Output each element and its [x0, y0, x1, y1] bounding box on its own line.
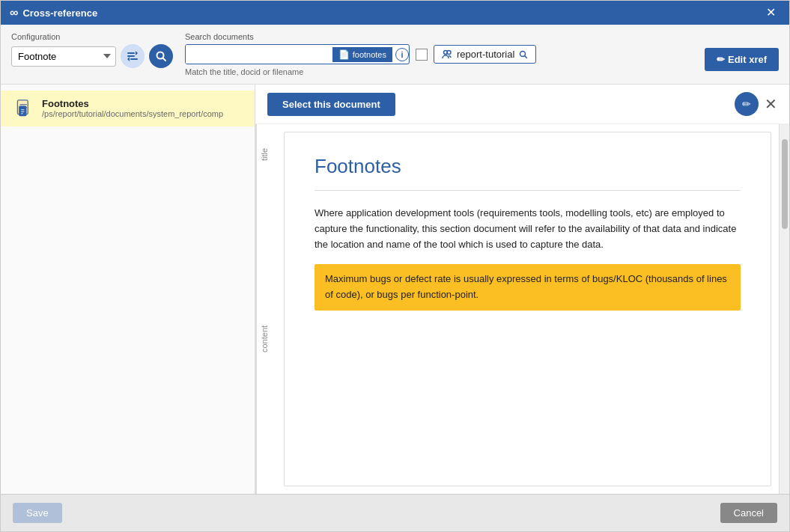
svg-rect-14	[19, 106, 26, 117]
doc-item-title: Footnotes	[42, 98, 244, 109]
doc-badge-icon: 📄	[338, 49, 350, 60]
svg-line-6	[163, 58, 166, 61]
config-select[interactable]: Footnote	[11, 46, 116, 67]
search-input-wrap: 📄 footnotes i	[185, 44, 410, 64]
search-action-button[interactable]	[149, 44, 173, 68]
svg-rect-1	[127, 55, 135, 57]
dismiss-preview-button[interactable]: ✕	[765, 95, 777, 113]
config-select-wrap: Footnote	[11, 44, 173, 68]
repo-name-label: report-tutorial	[457, 49, 514, 60]
svg-marker-3	[136, 51, 138, 55]
search-row: 📄 footnotes i report-tutorial	[185, 44, 693, 64]
config-swap-button[interactable]	[121, 44, 145, 68]
doc-item-text: Footnotes /ps/report/tutorial/documents/…	[42, 98, 244, 118]
doc-item-path: /ps/report/tutorial/documents/system_rep…	[42, 109, 244, 118]
scrollbar-thumb	[782, 139, 788, 229]
config-label: Configuration	[11, 32, 173, 41]
title-label: title	[255, 124, 276, 184]
cancel-button[interactable]: Cancel	[720, 503, 777, 523]
repo-selector-button[interactable]: report-tutorial	[434, 45, 536, 64]
info-button[interactable]: i	[395, 48, 409, 61]
side-labels: title content	[255, 124, 276, 494]
edit-preview-button[interactable]: ✏	[735, 92, 759, 116]
scrollbar[interactable]	[779, 124, 789, 494]
dialog-close-button[interactable]: ✕	[762, 5, 780, 20]
preview-doc-body: Where application development tools (req…	[315, 206, 741, 252]
content-toolbar: Select this document ✏ ✕	[255, 85, 789, 124]
toolbar: Configuration Footnote Search documents	[1, 25, 789, 85]
search-hint-text: Match the title, docid or filename	[185, 67, 693, 76]
footer: Save Cancel	[1, 494, 789, 531]
search-input[interactable]	[186, 45, 332, 64]
save-button[interactable]: Save	[13, 503, 62, 523]
search-label: Search documents	[185, 32, 693, 41]
select-document-button[interactable]: Select this document	[267, 93, 395, 116]
highlight-block: Maximum bugs or defect rate is usually e…	[315, 264, 741, 311]
svg-rect-0	[127, 52, 135, 54]
search-section: Search documents 📄 footnotes i report-tu…	[185, 32, 693, 76]
config-section: Configuration Footnote	[11, 32, 173, 68]
sidebar: Footnotes /ps/report/tutorial/documents/…	[1, 85, 255, 494]
content-icons: ✏ ✕	[735, 92, 777, 116]
title-bar: ∞ Cross-reference ✕	[1, 1, 789, 25]
cross-reference-dialog: ∞ Cross-reference ✕ Configuration Footno…	[0, 0, 790, 532]
svg-rect-2	[130, 58, 138, 60]
footnotes-tag-label: footnotes	[353, 50, 386, 59]
edit-xref-button[interactable]: ✏ Edit xref	[705, 48, 779, 71]
title-bar-left: ∞ Cross-reference	[10, 6, 97, 19]
svg-line-10	[525, 55, 527, 58]
preview-doc-title: Footnotes	[315, 155, 741, 191]
main-area: Footnotes /ps/report/tutorial/documents/…	[1, 85, 789, 494]
preview-document: Footnotes Where application development …	[284, 132, 771, 486]
doc-item-icon	[13, 98, 34, 119]
preview-area: title content Footnotes Where applicatio…	[255, 124, 789, 494]
content-area: Select this document ✏ ✕ title content F…	[255, 85, 789, 494]
list-item[interactable]: Footnotes /ps/report/tutorial/documents/…	[1, 91, 255, 126]
filter-checkbox[interactable]	[416, 49, 428, 61]
infinity-icon: ∞	[10, 6, 18, 19]
pencil-icon: ✏	[742, 98, 751, 110]
svg-marker-4	[127, 57, 130, 61]
dialog-title: Cross-reference	[22, 7, 97, 19]
content-label: content	[255, 184, 276, 494]
svg-point-8	[447, 50, 451, 54]
footnotes-badge: 📄 footnotes	[332, 47, 392, 62]
